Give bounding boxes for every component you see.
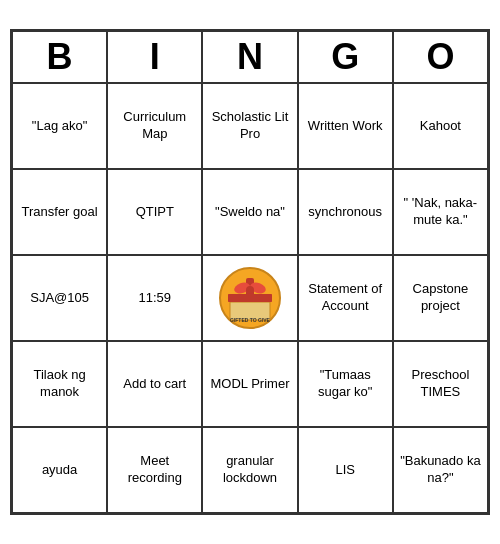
cell-text-r0-c3: Written Work — [308, 118, 383, 135]
cell-r2-c0[interactable]: SJA@105 — [12, 255, 107, 341]
cell-r4-c2[interactable]: granular lockdown — [202, 427, 297, 513]
cell-text-r1-c0: Transfer goal — [22, 204, 98, 221]
cell-text-r1-c2: "Sweldo na" — [215, 204, 285, 221]
bingo-card: B I N G O "Lag ako"Curriculum MapScholas… — [10, 29, 490, 515]
cell-text-r1-c3: synchronous — [308, 204, 382, 221]
cell-r1-c0[interactable]: Transfer goal — [12, 169, 107, 255]
cell-text-r3-c0: Tilaok ng manok — [17, 367, 102, 401]
bingo-grid: "Lag ako"Curriculum MapScholastic Lit Pr… — [12, 83, 488, 513]
gifted-to-give-logo: GIFTED TO GIVE — [218, 266, 282, 330]
cell-r0-c2[interactable]: Scholastic Lit Pro — [202, 83, 297, 169]
cell-text-r2-c4: Capstone project — [398, 281, 483, 315]
cell-text-r3-c4: Preschool TIMES — [398, 367, 483, 401]
cell-r4-c3[interactable]: LIS — [298, 427, 393, 513]
cell-r3-c0[interactable]: Tilaok ng manok — [12, 341, 107, 427]
cell-r2-c3[interactable]: Statement of Account — [298, 255, 393, 341]
cell-text-r0-c2: Scholastic Lit Pro — [207, 109, 292, 143]
cell-text-r4-c2: granular lockdown — [207, 453, 292, 487]
svg-point-7 — [246, 286, 254, 294]
svg-text:GIFTED TO GIVE: GIFTED TO GIVE — [230, 317, 271, 323]
header-o: O — [393, 31, 488, 83]
cell-text-r3-c2: MODL Primer — [211, 376, 290, 393]
cell-text-r4-c3: LIS — [335, 462, 355, 479]
cell-text-r1-c1: QTIPT — [136, 204, 174, 221]
cell-r2-c1[interactable]: 11:59 — [107, 255, 202, 341]
cell-r3-c2[interactable]: MODL Primer — [202, 341, 297, 427]
cell-text-r0-c0: "Lag ako" — [32, 118, 88, 135]
header-n: N — [202, 31, 297, 83]
cell-r4-c4[interactable]: "Bakunado ka na?" — [393, 427, 488, 513]
cell-r0-c0[interactable]: "Lag ako" — [12, 83, 107, 169]
cell-r4-c0[interactable]: ayuda — [12, 427, 107, 513]
svg-rect-4 — [228, 294, 272, 302]
cell-text-r2-c3: Statement of Account — [303, 281, 388, 315]
cell-r4-c1[interactable]: Meet recording — [107, 427, 202, 513]
cell-text-r2-c0: SJA@105 — [30, 290, 89, 307]
cell-text-r4-c4: "Bakunado ka na?" — [398, 453, 483, 487]
header-g: G — [298, 31, 393, 83]
cell-r0-c3[interactable]: Written Work — [298, 83, 393, 169]
cell-text-r1-c4: " 'Nak, naka-mute ka." — [398, 195, 483, 229]
cell-text-r2-c1: 11:59 — [139, 290, 172, 307]
cell-r3-c4[interactable]: Preschool TIMES — [393, 341, 488, 427]
cell-text-r3-c3: "Tumaas sugar ko" — [303, 367, 388, 401]
cell-r1-c2[interactable]: "Sweldo na" — [202, 169, 297, 255]
cell-text-r4-c1: Meet recording — [112, 453, 197, 487]
cell-text-r0-c4: Kahoot — [420, 118, 461, 135]
cell-text-r0-c1: Curriculum Map — [112, 109, 197, 143]
cell-r1-c1[interactable]: QTIPT — [107, 169, 202, 255]
cell-text-r4-c0: ayuda — [42, 462, 77, 479]
cell-r2-c2[interactable]: GIFTED TO GIVE — [202, 255, 297, 341]
header-i: I — [107, 31, 202, 83]
cell-text-r3-c1: Add to cart — [123, 376, 186, 393]
header-b: B — [12, 31, 107, 83]
cell-r0-c1[interactable]: Curriculum Map — [107, 83, 202, 169]
cell-r1-c3[interactable]: synchronous — [298, 169, 393, 255]
cell-r1-c4[interactable]: " 'Nak, naka-mute ka." — [393, 169, 488, 255]
cell-r3-c1[interactable]: Add to cart — [107, 341, 202, 427]
cell-r3-c3[interactable]: "Tumaas sugar ko" — [298, 341, 393, 427]
bingo-header: B I N G O — [12, 31, 488, 83]
cell-r0-c4[interactable]: Kahoot — [393, 83, 488, 169]
cell-r2-c4[interactable]: Capstone project — [393, 255, 488, 341]
